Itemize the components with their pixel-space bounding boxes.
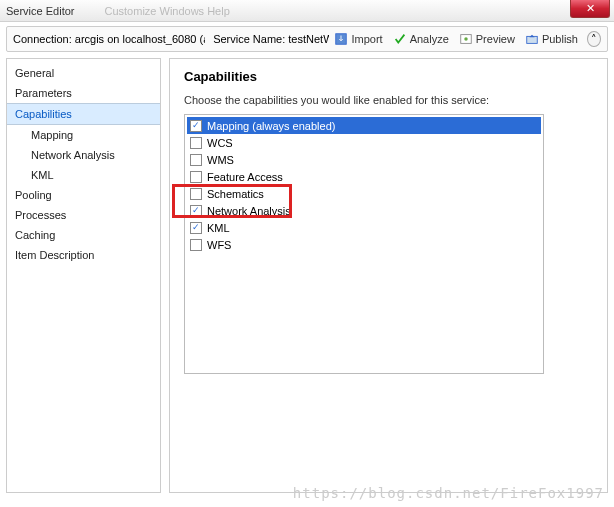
service-name-label: Service Name: testNetWork: [213, 33, 329, 45]
checkbox-icon[interactable]: [190, 188, 202, 200]
svg-point-2: [464, 37, 468, 41]
capability-label: Mapping (always enabled): [207, 120, 335, 132]
sidebar-item-parameters[interactable]: Parameters: [7, 83, 160, 103]
capability-row-wfs[interactable]: WFS: [187, 236, 541, 253]
preview-icon: [459, 32, 473, 46]
checkbox-icon[interactable]: [190, 171, 202, 183]
capability-row-wms[interactable]: WMS: [187, 151, 541, 168]
sidebar-item-capabilities[interactable]: Capabilities: [7, 103, 160, 125]
checkbox-icon[interactable]: [190, 239, 202, 251]
sidebar: GeneralParametersCapabilitiesMappingNetw…: [6, 58, 161, 493]
capability-label: WMS: [207, 154, 234, 166]
check-icon: [393, 32, 407, 46]
checkbox-icon[interactable]: ✓: [190, 120, 202, 132]
panel-description: Choose the capabilities you would like e…: [184, 94, 593, 106]
publish-button[interactable]: Publish: [520, 30, 583, 48]
capability-row-wcs[interactable]: WCS: [187, 134, 541, 151]
sidebar-item-processes[interactable]: Processes: [7, 205, 160, 225]
capability-label: Schematics: [207, 188, 264, 200]
connection-label: Connection: arcgis on localhost_6080 (ad…: [13, 33, 205, 45]
capability-label: WFS: [207, 239, 231, 251]
collapse-toggle[interactable]: ˄: [587, 31, 601, 47]
checkbox-icon[interactable]: ✓: [190, 222, 202, 234]
capability-row-schematics[interactable]: Schematics: [187, 185, 541, 202]
content-area: GeneralParametersCapabilitiesMappingNetw…: [0, 52, 614, 499]
panel-heading: Capabilities: [184, 69, 593, 84]
capability-label: WCS: [207, 137, 233, 149]
watermark-text: https://blog.csdn.net/FireFox1997: [293, 485, 604, 501]
publish-icon: [525, 32, 539, 46]
checkbox-icon[interactable]: ✓: [190, 205, 202, 217]
sidebar-item-caching[interactable]: Caching: [7, 225, 160, 245]
capability-label: Feature Access: [207, 171, 283, 183]
capability-label: Network Analysis: [207, 205, 291, 217]
window-menu-faded: Customize Windows Help: [104, 5, 229, 17]
capabilities-list: ✓Mapping (always enabled)WCSWMSFeature A…: [184, 114, 544, 374]
checkbox-icon[interactable]: [190, 154, 202, 166]
preview-button[interactable]: Preview: [454, 30, 520, 48]
sidebar-item-network-analysis[interactable]: Network Analysis: [7, 145, 160, 165]
capability-label: KML: [207, 222, 230, 234]
capability-row-mapping-always-enabled-[interactable]: ✓Mapping (always enabled): [187, 117, 541, 134]
sidebar-item-mapping[interactable]: Mapping: [7, 125, 160, 145]
close-icon: ✕: [586, 2, 595, 15]
sidebar-item-kml[interactable]: KML: [7, 165, 160, 185]
sidebar-item-item-description[interactable]: Item Description: [7, 245, 160, 265]
close-button[interactable]: ✕: [570, 0, 610, 18]
svg-rect-3: [527, 36, 538, 43]
analyze-button[interactable]: Analyze: [388, 30, 454, 48]
toolbar: Connection: arcgis on localhost_6080 (ad…: [6, 26, 608, 52]
title-bar: Service Editor Customize Windows Help ✕: [0, 0, 614, 22]
window-title: Service Editor: [6, 5, 74, 17]
chevron-up-icon: ˄: [591, 33, 597, 46]
main-panel: Capabilities Choose the capabilities you…: [169, 58, 608, 493]
capability-row-network-analysis[interactable]: ✓Network Analysis: [187, 202, 541, 219]
import-icon: [334, 32, 348, 46]
checkbox-icon[interactable]: [190, 137, 202, 149]
sidebar-item-general[interactable]: General: [7, 63, 160, 83]
capability-row-kml[interactable]: ✓KML: [187, 219, 541, 236]
sidebar-item-pooling[interactable]: Pooling: [7, 185, 160, 205]
import-button[interactable]: Import: [329, 30, 387, 48]
capability-row-feature-access[interactable]: Feature Access: [187, 168, 541, 185]
